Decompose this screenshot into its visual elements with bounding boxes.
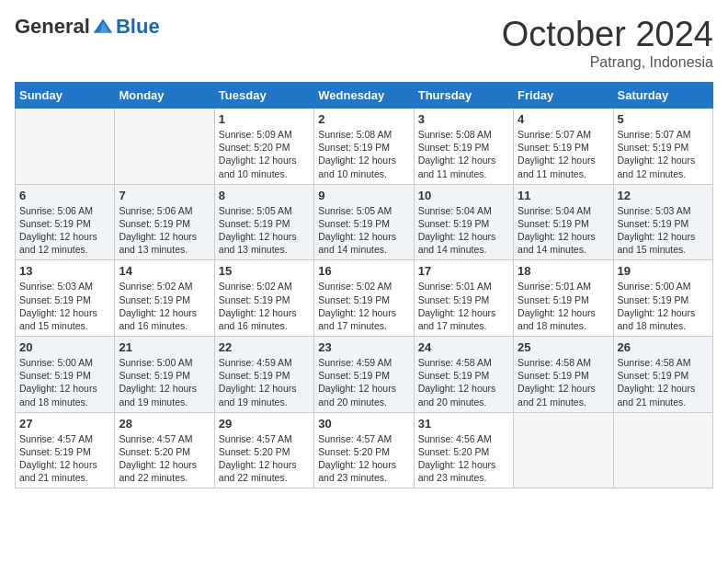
logo: General Blue [15, 15, 160, 39]
day-number: 4 [518, 112, 609, 126]
day-number: 12 [618, 189, 709, 202]
calendar-cell: 25Sunrise: 4:58 AM Sunset: 5:19 PM Dayli… [514, 337, 613, 413]
weekday-header: Tuesday [214, 83, 313, 109]
day-number: 24 [418, 340, 509, 354]
day-info: Sunrise: 5:06 AM Sunset: 5:19 PM Dayligh… [119, 204, 210, 257]
calendar-cell: 23Sunrise: 4:59 AM Sunset: 5:19 PM Dayli… [314, 337, 414, 413]
logo-blue-text: Blue [116, 15, 160, 39]
day-number: 20 [19, 340, 110, 354]
day-info: Sunrise: 5:01 AM Sunset: 5:19 PM Dayligh… [418, 280, 509, 332]
calendar-cell: 7Sunrise: 5:06 AM Sunset: 5:19 PM Daylig… [115, 184, 214, 260]
calendar-cell: 11Sunrise: 5:04 AM Sunset: 5:19 PM Dayli… [514, 184, 613, 260]
day-info: Sunrise: 4:56 AM Sunset: 5:20 PM Dayligh… [418, 432, 509, 485]
calendar-cell: 28Sunrise: 4:57 AM Sunset: 5:20 PM Dayli… [115, 412, 214, 488]
day-number: 28 [119, 417, 210, 431]
weekday-header: Wednesday [314, 83, 414, 109]
calendar-cell: 10Sunrise: 5:04 AM Sunset: 5:19 PM Dayli… [414, 184, 513, 260]
calendar-cell: 13Sunrise: 5:03 AM Sunset: 5:19 PM Dayli… [16, 260, 115, 337]
calendar-cell: 24Sunrise: 4:58 AM Sunset: 5:19 PM Dayli… [414, 337, 513, 413]
day-number: 5 [618, 112, 709, 126]
day-number: 26 [618, 340, 709, 354]
calendar-cell: 16Sunrise: 5:02 AM Sunset: 5:19 PM Dayli… [314, 260, 414, 337]
calendar-cell: 20Sunrise: 5:00 AM Sunset: 5:19 PM Dayli… [16, 337, 115, 413]
calendar-cell: 15Sunrise: 5:02 AM Sunset: 5:19 PM Dayli… [214, 260, 313, 337]
weekday-header: Sunday [16, 83, 115, 109]
day-info: Sunrise: 5:03 AM Sunset: 5:19 PM Dayligh… [618, 204, 709, 257]
day-info: Sunrise: 5:02 AM Sunset: 5:19 PM Dayligh… [318, 280, 409, 332]
calendar-cell: 4Sunrise: 5:07 AM Sunset: 5:19 PM Daylig… [514, 109, 613, 185]
calendar-table: SundayMondayTuesdayWednesdayThursdayFrid… [15, 82, 713, 488]
day-number: 18 [518, 264, 609, 278]
logo-general-text: General [15, 15, 90, 39]
day-info: Sunrise: 4:57 AM Sunset: 5:20 PM Dayligh… [219, 432, 310, 485]
calendar-week-row: 6Sunrise: 5:06 AM Sunset: 5:19 PM Daylig… [16, 184, 713, 260]
location-text: Patrang, Indonesia [502, 54, 713, 71]
day-info: Sunrise: 5:06 AM Sunset: 5:19 PM Dayligh… [19, 204, 110, 257]
day-info: Sunrise: 5:02 AM Sunset: 5:19 PM Dayligh… [119, 280, 210, 332]
day-info: Sunrise: 5:09 AM Sunset: 5:20 PM Dayligh… [219, 128, 310, 180]
day-info: Sunrise: 5:07 AM Sunset: 5:19 PM Dayligh… [518, 128, 609, 180]
calendar-cell: 18Sunrise: 5:01 AM Sunset: 5:19 PM Dayli… [514, 260, 613, 337]
weekday-header: Friday [514, 83, 613, 109]
day-number: 16 [318, 264, 409, 278]
logo-icon [92, 16, 114, 38]
calendar-cell: 12Sunrise: 5:03 AM Sunset: 5:19 PM Dayli… [613, 184, 712, 260]
day-info: Sunrise: 4:59 AM Sunset: 5:19 PM Dayligh… [318, 356, 409, 408]
day-number: 6 [19, 189, 110, 202]
calendar-cell: 22Sunrise: 4:59 AM Sunset: 5:19 PM Dayli… [214, 337, 313, 413]
day-number: 22 [219, 340, 310, 354]
day-number: 23 [318, 340, 409, 354]
calendar-week-row: 1Sunrise: 5:09 AM Sunset: 5:20 PM Daylig… [16, 109, 713, 185]
day-number: 8 [219, 189, 310, 202]
day-info: Sunrise: 4:57 AM Sunset: 5:20 PM Dayligh… [318, 432, 409, 485]
day-number: 3 [418, 112, 509, 126]
day-number: 2 [318, 112, 409, 126]
calendar-cell: 1Sunrise: 5:09 AM Sunset: 5:20 PM Daylig… [214, 109, 313, 185]
page-header: General Blue October 2024 Patrang, Indon… [15, 15, 713, 71]
day-info: Sunrise: 4:58 AM Sunset: 5:19 PM Dayligh… [418, 356, 509, 408]
calendar-cell: 19Sunrise: 5:00 AM Sunset: 5:19 PM Dayli… [613, 260, 712, 337]
day-number: 11 [518, 189, 609, 202]
day-info: Sunrise: 5:01 AM Sunset: 5:19 PM Dayligh… [518, 280, 609, 332]
day-info: Sunrise: 5:05 AM Sunset: 5:19 PM Dayligh… [318, 204, 409, 257]
day-info: Sunrise: 5:00 AM Sunset: 5:19 PM Dayligh… [119, 356, 210, 408]
calendar-cell: 6Sunrise: 5:06 AM Sunset: 5:19 PM Daylig… [16, 184, 115, 260]
calendar-cell: 2Sunrise: 5:08 AM Sunset: 5:19 PM Daylig… [314, 109, 414, 185]
day-number: 19 [618, 264, 709, 278]
calendar-cell [16, 109, 115, 185]
day-number: 30 [318, 417, 409, 431]
calendar-cell [613, 412, 712, 488]
day-number: 29 [219, 417, 310, 431]
calendar-cell: 30Sunrise: 4:57 AM Sunset: 5:20 PM Dayli… [314, 412, 414, 488]
day-info: Sunrise: 4:57 AM Sunset: 5:20 PM Dayligh… [119, 432, 210, 485]
day-number: 14 [119, 264, 210, 278]
day-number: 25 [518, 340, 609, 354]
calendar-cell: 29Sunrise: 4:57 AM Sunset: 5:20 PM Dayli… [214, 412, 313, 488]
weekday-header: Saturday [613, 83, 712, 109]
weekday-header: Monday [115, 83, 214, 109]
calendar-cell: 9Sunrise: 5:05 AM Sunset: 5:19 PM Daylig… [314, 184, 414, 260]
calendar-cell: 8Sunrise: 5:05 AM Sunset: 5:19 PM Daylig… [214, 184, 313, 260]
day-info: Sunrise: 5:08 AM Sunset: 5:19 PM Dayligh… [418, 128, 509, 180]
day-number: 7 [119, 189, 210, 202]
day-number: 31 [418, 417, 509, 431]
day-info: Sunrise: 4:58 AM Sunset: 5:19 PM Dayligh… [618, 356, 709, 408]
day-info: Sunrise: 4:59 AM Sunset: 5:19 PM Dayligh… [219, 356, 310, 408]
calendar-cell: 31Sunrise: 4:56 AM Sunset: 5:20 PM Dayli… [414, 412, 513, 488]
calendar-cell: 17Sunrise: 5:01 AM Sunset: 5:19 PM Dayli… [414, 260, 513, 337]
day-info: Sunrise: 4:57 AM Sunset: 5:19 PM Dayligh… [19, 432, 110, 485]
month-title: October 2024 [502, 15, 713, 54]
day-info: Sunrise: 5:05 AM Sunset: 5:19 PM Dayligh… [219, 204, 310, 257]
calendar-cell: 14Sunrise: 5:02 AM Sunset: 5:19 PM Dayli… [115, 260, 214, 337]
day-info: Sunrise: 5:00 AM Sunset: 5:19 PM Dayligh… [618, 280, 709, 332]
day-number: 15 [219, 264, 310, 278]
day-info: Sunrise: 5:00 AM Sunset: 5:19 PM Dayligh… [19, 356, 110, 408]
day-number: 27 [19, 417, 110, 431]
calendar-cell: 3Sunrise: 5:08 AM Sunset: 5:19 PM Daylig… [414, 109, 513, 185]
day-number: 13 [19, 264, 110, 278]
day-info: Sunrise: 5:07 AM Sunset: 5:19 PM Dayligh… [618, 128, 709, 180]
day-number: 10 [418, 189, 509, 202]
day-number: 17 [418, 264, 509, 278]
day-info: Sunrise: 5:08 AM Sunset: 5:19 PM Dayligh… [318, 128, 409, 180]
day-info: Sunrise: 5:04 AM Sunset: 5:19 PM Dayligh… [518, 204, 609, 257]
